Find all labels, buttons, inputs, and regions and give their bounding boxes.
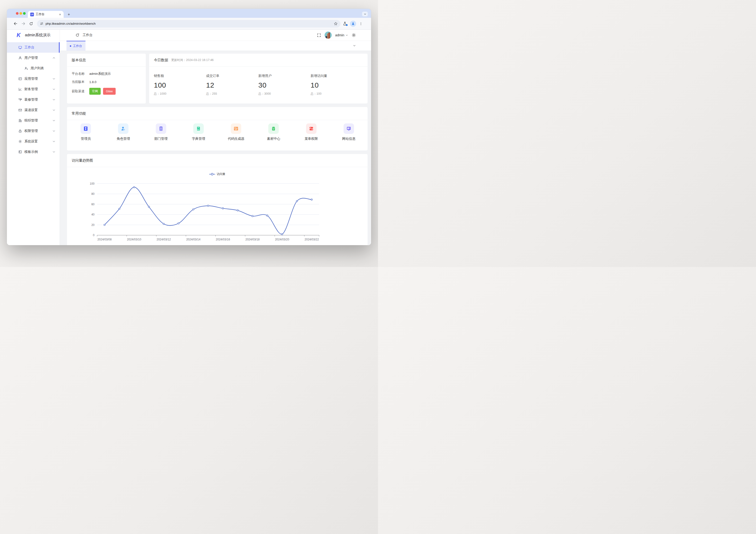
browser-menu-kebab-icon[interactable]: [359, 22, 363, 25]
sidebar-item-label: 权限管理: [24, 129, 38, 133]
new-tab-button[interactable]: +: [67, 13, 71, 16]
gear-icon: [18, 140, 22, 143]
sidebar-item-6[interactable]: 组织管理: [7, 115, 60, 126]
minimize-window-button[interactable]: [19, 12, 22, 15]
refresh-icon[interactable]: [75, 33, 79, 37]
data-point-8[interactable]: [222, 208, 224, 209]
browser-window: LA 工作台 × + php.likeadmin.cn/admin/workbe…: [7, 9, 371, 245]
chevron-down-icon: [52, 119, 56, 122]
chevron-down-icon: [52, 140, 56, 143]
stat-label: 新增访问量: [310, 74, 363, 78]
browser-toolbar: php.likeadmin.cn/admin/workbench: [7, 18, 371, 30]
function-item-1[interactable]: 角色管理: [104, 123, 142, 141]
sidebar: K admin系统演示 工作台用户管理用户列表应用管理财务管理装修管理渠道设置组…: [7, 30, 60, 245]
sidebar-item-2[interactable]: 应用管理: [7, 73, 60, 84]
active-tab-dot: [70, 45, 71, 47]
function-item-4[interactable]: 代码生成器: [217, 123, 255, 141]
close-window-button[interactable]: [16, 12, 18, 15]
tab-title: 工作台: [36, 12, 57, 16]
brand-title: admin系统演示: [25, 33, 51, 38]
forward-icon[interactable]: [20, 21, 26, 27]
bookmark-star-icon[interactable]: [334, 22, 338, 26]
data-point-9[interactable]: [237, 210, 238, 211]
functions-card-title: 常用功能: [67, 107, 367, 120]
template-icon: [18, 150, 22, 154]
channel-button-0[interactable]: 官网: [89, 88, 101, 95]
dictionary-book-icon: [193, 123, 204, 134]
page-tabs-chevron-icon[interactable]: [353, 44, 356, 47]
user-avatar[interactable]: [325, 32, 332, 39]
data-point-2[interactable]: [133, 187, 135, 188]
legend-marker-icon: [209, 173, 215, 175]
function-item-6[interactable]: 菜单权限: [292, 123, 330, 141]
brand-logo-icon: K: [16, 32, 22, 38]
finance-icon: [18, 87, 22, 91]
channel-button-1[interactable]: Gitee: [103, 88, 116, 95]
platform-name-value: admin系统演示: [89, 72, 111, 76]
function-item-2[interactable]: 部门管理: [142, 123, 180, 141]
sidebar-item-4[interactable]: 装修管理: [7, 94, 60, 105]
chart-legend[interactable]: 访问量: [67, 167, 367, 181]
visits-trend-card: 访问量趋势图 访问量 0204060801002024/03/082024/03…: [67, 154, 367, 245]
function-item-0[interactable]: 管理员: [67, 123, 104, 141]
data-point-7[interactable]: [207, 205, 209, 206]
browser-profile-icon[interactable]: [350, 21, 356, 27]
svg-text:2024/03/18: 2024/03/18: [245, 238, 259, 241]
stat-3: 新增访问量10总：100: [310, 74, 363, 96]
settings-gear-icon[interactable]: [352, 33, 356, 37]
url-text[interactable]: php.likeadmin.cn/admin/workbench: [45, 22, 332, 25]
current-version-value: 1.8.0: [89, 80, 96, 84]
function-item-5[interactable]: 素材中心: [255, 123, 292, 141]
function-label: 角色管理: [117, 137, 130, 141]
today-data-card: 今日数据 更新时间：2024-03-22 16:17:46 销售额100总：10…: [149, 54, 367, 103]
browser-tab[interactable]: LA 工作台 ×: [28, 11, 64, 18]
data-point-14[interactable]: [311, 199, 312, 200]
function-item-7[interactable]: 网站信息: [330, 123, 367, 141]
data-point-4[interactable]: [163, 223, 165, 225]
data-point-6[interactable]: [193, 209, 194, 210]
function-label: 网站信息: [342, 137, 355, 141]
data-point-10[interactable]: [252, 216, 253, 217]
sidebar-item-1[interactable]: 用户管理: [7, 53, 60, 63]
sidebar-item-3[interactable]: 财务管理: [7, 84, 60, 94]
sidebar-item-5[interactable]: 渠道设置: [7, 105, 60, 115]
svg-text:0: 0: [93, 233, 94, 237]
sidebar-item-8[interactable]: 系统设置: [7, 136, 60, 147]
user-menu[interactable]: admin: [335, 33, 348, 37]
svg-text:2024/03/14: 2024/03/14: [186, 238, 201, 241]
data-point-0[interactable]: [104, 224, 105, 226]
data-point-11[interactable]: [267, 215, 268, 216]
data-point-1[interactable]: [119, 208, 120, 210]
sidebar-subitem-1-0[interactable]: 用户列表: [7, 63, 60, 73]
sidebar-item-0[interactable]: 工作台: [7, 42, 60, 53]
data-point-12[interactable]: [282, 233, 283, 235]
back-icon[interactable]: [13, 21, 18, 27]
experiments-flask-icon[interactable]: [343, 22, 347, 26]
function-item-3[interactable]: 字典管理: [180, 123, 217, 141]
department-card-icon: [156, 123, 166, 134]
function-label: 字典管理: [192, 137, 205, 141]
svg-text:K: K: [16, 32, 21, 38]
sidebar-item-7[interactable]: 权限管理: [7, 126, 60, 136]
sidebar-item-9[interactable]: 模板示例: [7, 147, 60, 157]
stat-2: 新增用户30总：3000: [258, 74, 310, 96]
data-point-5[interactable]: [178, 223, 179, 224]
reload-icon[interactable]: [28, 21, 34, 27]
data-point-13[interactable]: [296, 200, 298, 202]
url-bar[interactable]: php.likeadmin.cn/admin/workbench: [37, 20, 340, 28]
page-tab-workbench[interactable]: 工作台: [67, 41, 86, 51]
page-tabs-bar: 工作台: [60, 41, 371, 51]
svg-text:80: 80: [92, 192, 95, 196]
tab-close-icon[interactable]: ×: [58, 13, 62, 16]
sidebar-item-label: 工作台: [24, 45, 35, 50]
sidebar-item-label: 装修管理: [24, 97, 38, 102]
brand: K admin系统演示: [7, 30, 60, 41]
fullscreen-icon[interactable]: [317, 33, 321, 37]
site-settings-icon[interactable]: [40, 22, 43, 25]
stat-value: 100: [154, 81, 206, 89]
sidebar-item-label: 模板示例: [24, 150, 38, 154]
material-center-icon: [268, 123, 279, 134]
data-point-3[interactable]: [148, 206, 149, 207]
zoom-window-button[interactable]: [23, 12, 26, 15]
tab-search-chevron-icon[interactable]: [362, 12, 368, 16]
